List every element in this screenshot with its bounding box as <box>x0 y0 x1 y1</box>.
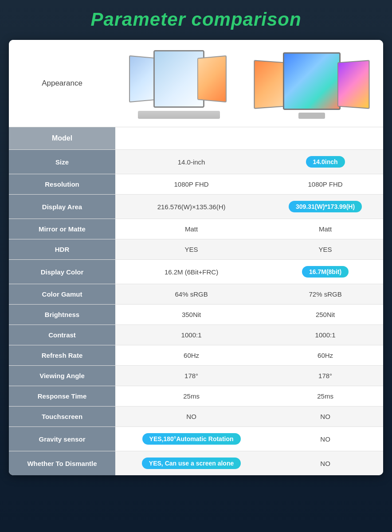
row-col2-resolution: 1080P FHD <box>267 174 383 195</box>
row-label-response-time: Response Time <box>9 386 115 407</box>
row-col1-display-area: 216.576(W)×135.36(H) <box>115 195 267 219</box>
row-col1-response-time: 25ms <box>115 386 267 407</box>
row-col2-response-time: 25ms <box>267 386 383 407</box>
row-label-refresh-rate: Refresh Rate <box>9 345 115 366</box>
row-col2-model: UPERFECT Z MAX <box>267 127 383 150</box>
highlight-badge-col1: YES,180°Automatic Rotation <box>142 433 241 445</box>
row-col2-color-gamut: 72% sRGB <box>267 284 383 305</box>
row-col2-display-area: 309.31(W)*173.99(H) <box>267 195 383 219</box>
data-table: ModelUPERFECT Z PROUPERFECT Z MAXSize14.… <box>9 127 383 475</box>
zmax-screen-right <box>337 60 370 109</box>
row-label-whether-to-dismantle: Whether To Dismantle <box>9 451 115 476</box>
row-label-size: Size <box>9 150 115 174</box>
row-col2-whether-to-dismantle: NO <box>267 451 383 476</box>
row-label-hdr: HDR <box>9 239 115 260</box>
row-col2-refresh-rate: 60Hz <box>267 345 383 366</box>
row-col1-whether-to-dismantle: YES, Can use a screen alone <box>115 451 267 476</box>
row-col1-size: 14.0-inch <box>115 150 267 174</box>
row-col2-hdr: YES <box>267 239 383 260</box>
highlight-badge-col2: 16.7M(8bit) <box>302 266 349 278</box>
product-images <box>115 48 383 119</box>
row-col1-contrast: 1000:1 <box>115 325 267 345</box>
row-label-viewing-angle: Viewing Angle <box>9 366 115 386</box>
highlight-badge-col2: 309.31(W)*173.99(H) <box>289 201 362 212</box>
zmax-screen-center <box>283 52 341 110</box>
row-col1-refresh-rate: 60Hz <box>115 345 267 366</box>
appearance-row: Appearance <box>9 40 383 127</box>
row-label-display-area: Display Area <box>9 195 115 219</box>
row-label-display-color: Display Color <box>9 260 115 284</box>
row-col1-mirror-or-matte: Matt <box>115 219 267 239</box>
highlight-badge-col1: YES, Can use a screen alone <box>142 458 241 469</box>
zmax-stand <box>298 113 325 119</box>
row-col2-size: 14.0inch <box>267 150 383 174</box>
row-col2-gravity-sensor: NO <box>267 427 383 451</box>
row-col1-viewing-angle: 178° <box>115 366 267 386</box>
zpro-image <box>129 48 227 119</box>
zpro-screen-right <box>197 55 227 102</box>
row-label-resolution: Resolution <box>9 174 115 195</box>
row-col1-model: UPERFECT Z PRO <box>115 127 267 150</box>
row-label-contrast: Contrast <box>9 325 115 345</box>
row-col1-resolution: 1080P FHD <box>115 174 267 195</box>
row-col2-touchscreen: NO <box>267 407 383 427</box>
row-col1-color-gamut: 64% sRGB <box>115 284 267 305</box>
zpro-base <box>138 111 220 119</box>
zmax-laptop <box>254 48 369 119</box>
comparison-table: Appearance Mo <box>9 40 383 475</box>
row-label-brightness: Brightness <box>9 305 115 325</box>
row-col2-viewing-angle: 178° <box>267 366 383 386</box>
row-label-touchscreen: Touchscreen <box>9 407 115 427</box>
page-title: Parameter comparison <box>90 9 301 30</box>
zpro-screen-center <box>153 50 204 108</box>
row-label-model: Model <box>9 127 115 150</box>
row-col1-brightness: 350Nit <box>115 305 267 325</box>
row-label-mirror-or-matte: Mirror or Matte <box>9 219 115 239</box>
row-col2-contrast: 1000:1 <box>267 325 383 345</box>
row-label-color-gamut: Color Gamut <box>9 284 115 305</box>
zpro-laptop <box>129 48 227 119</box>
row-col1-touchscreen: NO <box>115 407 267 427</box>
row-col1-display-color: 16.2M (6Bit+FRC) <box>115 260 267 284</box>
appearance-label: Appearance <box>9 79 115 88</box>
row-label-gravity-sensor: Gravity sensor <box>9 427 115 451</box>
row-col1-gravity-sensor: YES,180°Automatic Rotation <box>115 427 267 451</box>
row-col2-display-color: 16.7M(8bit) <box>267 260 383 284</box>
row-col2-brightness: 250Nit <box>267 305 383 325</box>
row-col2-mirror-or-matte: Matt <box>267 219 383 239</box>
highlight-badge-col2: 14.0inch <box>306 156 345 168</box>
zmax-screen-left <box>254 60 286 109</box>
zmax-image <box>254 48 369 119</box>
row-col1-hdr: YES <box>115 239 267 260</box>
